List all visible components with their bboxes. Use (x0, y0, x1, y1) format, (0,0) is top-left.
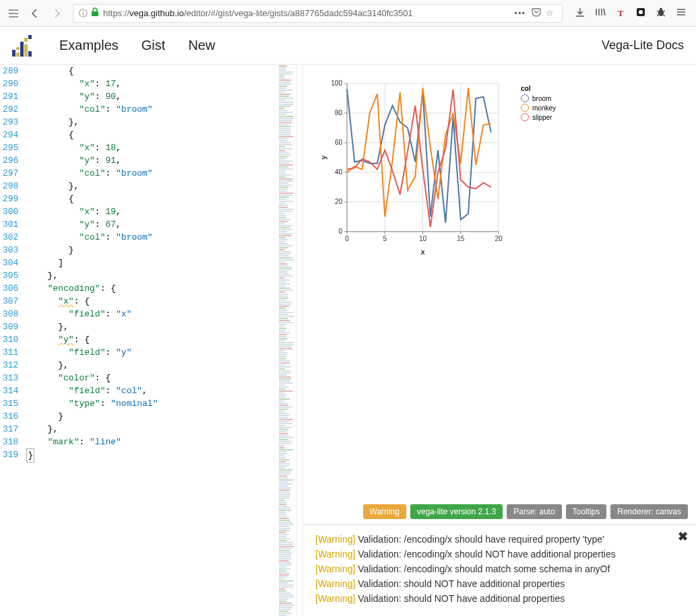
app-header: Examples Gist New Vega-Lite Docs (0, 27, 696, 65)
legend: col broommonkeyslipper (521, 85, 556, 123)
warning-line: [Warning] Validation: /encoding/x should… (315, 532, 684, 547)
svg-point-2 (639, 10, 643, 14)
downloads-icon[interactable] (573, 7, 587, 20)
parse-pill[interactable]: Parse: auto (507, 504, 561, 519)
legend-label: slipper (532, 114, 552, 121)
back-button[interactable] (26, 4, 44, 23)
minimap[interactable] (276, 65, 296, 616)
svg-rect-5 (12, 50, 15, 57)
renderer-pill[interactable]: Renderer: canvas (610, 504, 688, 519)
chart: 05101520020406080100xy col broommonkeysl… (317, 77, 556, 259)
svg-rect-11 (28, 35, 32, 39)
status-bar: Warning vega-lite version 2.1.3 Parse: a… (303, 499, 696, 524)
svg-text:0: 0 (338, 228, 342, 235)
ext-bug-icon[interactable] (654, 7, 668, 20)
svg-text:40: 40 (335, 168, 343, 176)
legend-swatch (521, 104, 529, 112)
svg-text:x: x (420, 248, 425, 256)
code-content[interactable]: { "x": 17, "y": 90, "col": "broom" }, { … (24, 65, 296, 616)
docs-link[interactable]: Vega-Lite Docs (602, 38, 684, 53)
svg-text:10: 10 (419, 235, 427, 242)
legend-title: col (521, 85, 556, 92)
warning-pill[interactable]: Warning (363, 504, 406, 519)
legend-item[interactable]: broom (521, 94, 556, 102)
main: 2892902912922932942952962972982993003013… (0, 65, 696, 616)
url-bar[interactable]: ⓘ https://vega.github.io/editor/#/gist/v… (73, 4, 563, 23)
svg-rect-7 (16, 53, 20, 57)
legend-swatch (521, 94, 529, 102)
line-numbers: 2892902912922932942952962972982993003013… (0, 65, 24, 616)
forward-button[interactable] (47, 4, 66, 23)
svg-text:5: 5 (383, 235, 387, 242)
vega-logo[interactable] (12, 35, 39, 57)
chart-svg: 05101520020406080100xy (317, 77, 556, 259)
legend-label: monkey (532, 104, 556, 112)
svg-rect-12 (28, 51, 32, 57)
ext-square-icon[interactable] (634, 7, 647, 20)
pane-divider[interactable] (296, 65, 303, 616)
warning-line: [Warning] Validation: /encoding/x should… (315, 561, 684, 576)
tooltips-pill[interactable]: Tooltips (566, 504, 607, 519)
svg-point-4 (660, 8, 662, 11)
svg-text:20: 20 (495, 235, 503, 242)
svg-rect-8 (20, 42, 24, 57)
nav-new[interactable]: New (188, 38, 215, 53)
svg-text:y: y (319, 155, 327, 160)
svg-text:100: 100 (331, 79, 342, 87)
menu-icon[interactable] (674, 7, 688, 20)
code-editor[interactable]: 2892902912922932942952962972982993003013… (0, 65, 296, 616)
browser-chrome: ⓘ https://vega.github.io/editor/#/gist/v… (0, 0, 696, 27)
svg-text:20: 20 (335, 198, 343, 205)
svg-rect-10 (24, 44, 28, 57)
right-pane: 05101520020406080100xy col broommonkeysl… (303, 65, 696, 616)
warning-line: [Warning] Validation: should NOT have ad… (315, 591, 684, 606)
nav-gist[interactable]: Gist (141, 38, 166, 53)
svg-rect-6 (16, 47, 20, 50)
pocket-icon[interactable] (531, 7, 543, 19)
svg-rect-0 (92, 11, 98, 16)
bookmark-star-icon[interactable]: ☆ (546, 8, 558, 18)
editor-pane: 2892902912922932942952962972982993003013… (0, 65, 296, 616)
close-icon[interactable]: ✖ (678, 529, 688, 544)
legend-item[interactable]: slipper (521, 113, 556, 121)
ext-t-icon[interactable]: T (614, 8, 627, 19)
warning-line: [Warning] Validation: should NOT have ad… (315, 576, 684, 591)
svg-text:80: 80 (335, 109, 343, 116)
svg-rect-9 (24, 38, 28, 42)
page-actions-icon[interactable]: ••• (511, 8, 528, 18)
lock-icon (91, 7, 99, 19)
toolbar-icons: T (569, 7, 692, 20)
svg-text:60: 60 (335, 139, 343, 146)
nav-examples[interactable]: Examples (59, 38, 119, 53)
chart-panel: 05101520020406080100xy col broommonkeysl… (303, 65, 696, 271)
warnings-panel: ✖ [Warning] Validation: /encoding/x shou… (303, 524, 696, 616)
library-icon[interactable] (594, 7, 607, 20)
legend-swatch (521, 113, 529, 121)
legend-item[interactable]: monkey (521, 104, 556, 112)
svg-text:0: 0 (345, 235, 349, 242)
url-text: https://vega.github.io/editor/#/gist/veg… (103, 8, 511, 18)
legend-label: broom (532, 95, 551, 102)
nav: Examples Gist New (59, 38, 215, 53)
sidebar-toggle-icon[interactable] (4, 4, 23, 23)
svg-text:15: 15 (457, 235, 465, 242)
version-pill[interactable]: vega-lite version 2.1.3 (410, 504, 503, 519)
warning-line: [Warning] Validation: /encoding/x should… (315, 547, 684, 561)
info-icon[interactable]: ⓘ (77, 8, 88, 19)
